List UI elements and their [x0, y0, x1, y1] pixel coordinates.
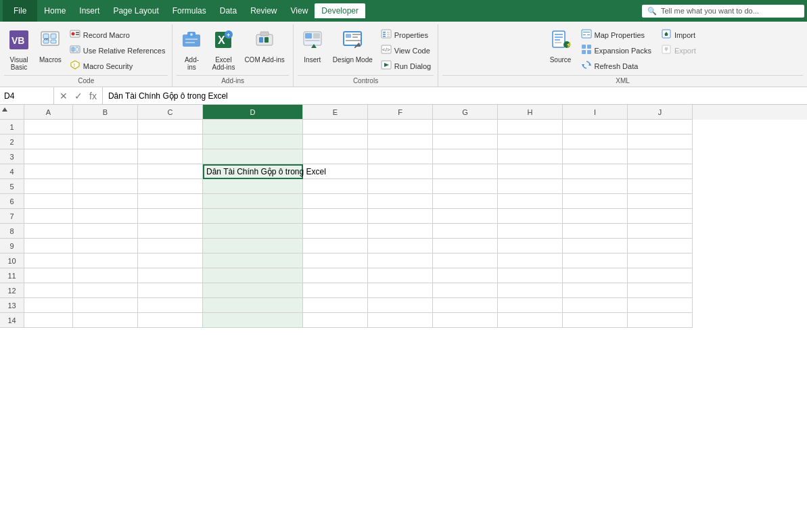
col-header-e[interactable]: E: [303, 105, 368, 120]
col-header-j[interactable]: J: [628, 105, 693, 120]
cell-c13[interactable]: [138, 298, 203, 313]
cell-f7[interactable]: [368, 209, 433, 224]
cell-b4[interactable]: [73, 164, 138, 179]
cell-a10[interactable]: [24, 253, 73, 268]
cell-j5[interactable]: [628, 179, 693, 194]
menu-formulas[interactable]: Formulas: [166, 3, 213, 18]
cell-h14[interactable]: [498, 313, 563, 328]
cell-e1[interactable]: [303, 120, 368, 135]
cell-a12[interactable]: [24, 283, 73, 298]
cell-g8[interactable]: [433, 224, 498, 239]
excel-addins-button[interactable]: X + ExcelAdd-ins: [208, 27, 239, 73]
cell-d6[interactable]: [203, 194, 303, 209]
design-mode-button[interactable]: Design Mode: [329, 27, 377, 66]
cell-j12[interactable]: [628, 283, 693, 298]
col-header-i[interactable]: I: [563, 105, 628, 120]
cell-g3[interactable]: [433, 149, 498, 164]
cell-d1[interactable]: [203, 120, 303, 135]
cell-j6[interactable]: [628, 194, 693, 209]
cell-c10[interactable]: [138, 253, 203, 268]
row-header-10[interactable]: 10: [0, 253, 24, 268]
cell-f9[interactable]: [368, 239, 433, 253]
macros-button[interactable]: ⊞ Macros: [35, 27, 66, 66]
cell-b1[interactable]: [73, 120, 138, 135]
col-header-b[interactable]: B: [73, 105, 138, 120]
cell-e12[interactable]: [303, 283, 368, 298]
row-header-7[interactable]: 7: [0, 209, 24, 224]
cell-d11[interactable]: [203, 268, 303, 283]
cell-h7[interactable]: [498, 209, 563, 224]
cell-h5[interactable]: [498, 179, 563, 194]
cancel-formula-icon[interactable]: ✕: [58, 91, 69, 101]
cell-i10[interactable]: [563, 253, 628, 268]
cell-e8[interactable]: [303, 224, 368, 239]
cell-e9[interactable]: [303, 239, 368, 253]
cell-f14[interactable]: [368, 313, 433, 328]
cell-b14[interactable]: [73, 313, 138, 328]
row-header-8[interactable]: 8: [0, 224, 24, 239]
cell-b6[interactable]: [73, 194, 138, 209]
cell-c4[interactable]: [138, 164, 203, 179]
menu-insert[interactable]: Insert: [72, 3, 106, 18]
cell-i8[interactable]: [563, 224, 628, 239]
cell-j10[interactable]: [628, 253, 693, 268]
cell-c12[interactable]: [138, 283, 203, 298]
cell-d13[interactable]: [203, 298, 303, 313]
cell-a9[interactable]: [24, 239, 73, 253]
cell-i1[interactable]: [563, 120, 628, 135]
cell-f3[interactable]: [368, 149, 433, 164]
cell-d10[interactable]: [203, 253, 303, 268]
cell-d4[interactable]: Dân Tài Chính Gộp ô trong Excel: [203, 164, 303, 179]
cell-c9[interactable]: [138, 239, 203, 253]
cell-i11[interactable]: [563, 268, 628, 283]
cell-g13[interactable]: [433, 298, 498, 313]
cell-h9[interactable]: [498, 239, 563, 253]
menu-developer[interactable]: Developer: [315, 3, 365, 18]
col-header-a[interactable]: A: [24, 105, 73, 120]
cell-i13[interactable]: [563, 298, 628, 313]
cell-i7[interactable]: [563, 209, 628, 224]
cell-d7[interactable]: [203, 209, 303, 224]
cell-a1[interactable]: [24, 120, 73, 135]
col-header-f[interactable]: F: [368, 105, 433, 120]
cell-h6[interactable]: [498, 194, 563, 209]
cell-i4[interactable]: [563, 164, 628, 179]
cell-c11[interactable]: [138, 268, 203, 283]
cell-b9[interactable]: [73, 239, 138, 253]
cell-g11[interactable]: [433, 268, 498, 283]
search-box[interactable]: 🔍 Tell me what you want to do...: [642, 5, 804, 18]
cell-a13[interactable]: [24, 298, 73, 313]
cell-f2[interactable]: [368, 135, 433, 149]
cell-i3[interactable]: [563, 149, 628, 164]
col-header-g[interactable]: G: [433, 105, 498, 120]
menu-review[interactable]: Review: [244, 3, 283, 18]
cell-e2[interactable]: [303, 135, 368, 149]
cell-i2[interactable]: [563, 135, 628, 149]
row-header-13[interactable]: 13: [0, 298, 24, 313]
cell-c8[interactable]: [138, 224, 203, 239]
cell-f10[interactable]: [368, 253, 433, 268]
source-button[interactable]: ⚡ Source: [546, 27, 576, 66]
formula-input[interactable]: Dân Tài Chính Gộp ô trong Excel: [103, 91, 807, 101]
row-header-6[interactable]: 6: [0, 194, 24, 209]
cell-a6[interactable]: [24, 194, 73, 209]
properties-button[interactable]: Properties: [378, 27, 434, 43]
cell-c2[interactable]: [138, 135, 203, 149]
cell-i6[interactable]: [563, 194, 628, 209]
menu-page-layout[interactable]: Page Layout: [106, 3, 165, 18]
col-header-c[interactable]: C: [138, 105, 203, 120]
cell-b12[interactable]: [73, 283, 138, 298]
com-addins-button[interactable]: COM Add-ins: [240, 27, 288, 66]
cell-e14[interactable]: [303, 313, 368, 328]
confirm-formula-icon[interactable]: ✓: [73, 91, 84, 101]
cell-d2[interactable]: [203, 135, 303, 149]
cell-b11[interactable]: [73, 268, 138, 283]
expansion-packs-button[interactable]: Expansion Packs: [577, 43, 655, 58]
menu-view[interactable]: View: [284, 3, 315, 18]
cell-f8[interactable]: [368, 224, 433, 239]
view-code-button[interactable]: </> View Code: [378, 43, 434, 58]
cell-j1[interactable]: [628, 120, 693, 135]
row-header-1[interactable]: 1: [0, 120, 24, 135]
cell-g2[interactable]: [433, 135, 498, 149]
cell-e11[interactable]: [303, 268, 368, 283]
